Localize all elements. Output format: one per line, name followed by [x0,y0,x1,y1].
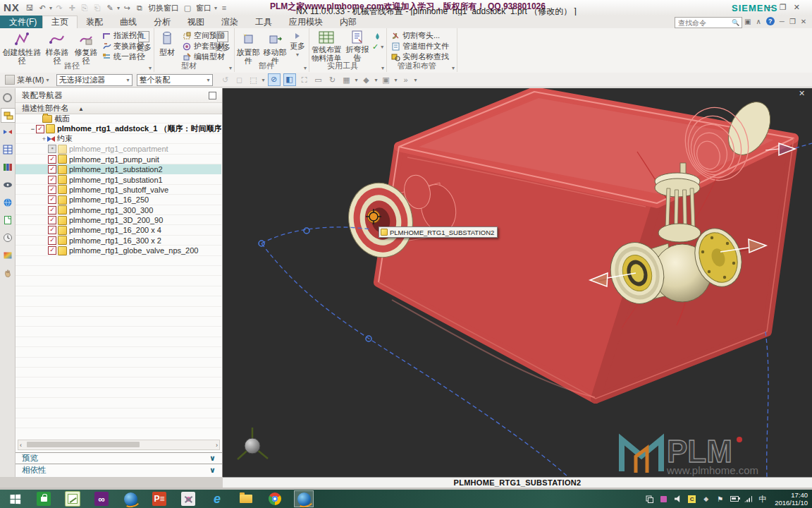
tab-render[interactable]: 渲染 [213,16,247,28]
cut-icon[interactable]: ✚ [66,2,78,13]
part-navigator-icon[interactable] [1,143,13,156]
minimize-ribbon-icon[interactable]: ∧ [756,18,761,25]
clipboard-app-icon[interactable]: C [687,495,696,504]
chevron-down-icon[interactable]: ▾ [414,77,417,83]
components-more-button[interactable]: 更多▾ [289,31,306,58]
volume-icon[interactable] [673,495,682,504]
history-icon[interactable] [1,231,13,244]
tree-row-component[interactable]: ✓ plmhome_rtg1_16_200 x 4 [16,225,221,235]
component-checkbox[interactable]: ▪ [48,145,56,153]
rectangle-select-icon[interactable]: ⬚ [248,74,259,85]
tab-internal[interactable]: 内部 [331,16,365,28]
tree-row-assembly-root[interactable]: − ✓ plmhome_rtg1_addstock_1 （顺序：时间顺序） [16,123,221,133]
app-badge-icon[interactable] [659,495,668,504]
stock-more-button[interactable]: 0 更多▾ [214,31,231,59]
render-style-icon[interactable]: ◆ [361,74,372,85]
tab-application[interactable]: 应用模块 [281,16,331,28]
tree-row-component-selected[interactable]: ✓ plmhome_rtg1_substation2 [16,164,221,174]
component-checkbox[interactable]: ✓ [48,216,56,224]
chevron-down-icon[interactable]: ▾ [375,77,378,83]
heal-path-button[interactable]: 修复路径 [72,30,100,65]
validate-dropdown-icon[interactable]: ▾ [381,44,383,50]
tree-row-component[interactable]: ✓ plmhome_rtg1_shutoff_valve [16,185,221,195]
undo-icon[interactable]: ↶ [37,2,48,13]
component-checkbox[interactable]: ✓ [48,176,56,184]
group-dialog-arrow[interactable]: ▾ [452,65,455,71]
tree-row-component[interactable]: ✓ plmhome_rtg1_globe_valve_nps_200 [16,246,221,255]
tab-curve[interactable]: 曲线 [111,16,145,28]
tab-home[interactable]: 主页 [42,16,78,28]
undock-panel-icon[interactable] [209,92,216,99]
notes-app-button[interactable] [63,490,82,507]
bend-report-button[interactable]: 折弯报告 [344,30,371,62]
create-linear-path-button[interactable]: 创建线性路径 [2,30,42,65]
chevron-down-icon[interactable]: ▾ [395,77,398,83]
group-dialog-arrow[interactable]: ▾ [381,65,384,71]
sync-diamond-icon[interactable]: ◆ [701,495,710,504]
group-dialog-arrow[interactable]: ▾ [304,65,307,71]
tab-assemblies[interactable]: 装配 [78,16,111,28]
customize-qat-icon[interactable]: ≡ [219,2,230,13]
shaded-display-icon[interactable]: ◧ [283,73,296,86]
tab-view[interactable]: 视图 [179,16,213,28]
snap-point-icon[interactable]: ↺ [220,74,231,85]
selection-filter-dropdown[interactable]: 无选择过滤器▾ [56,74,133,86]
close-doc-icon[interactable]: ✕ [801,18,806,25]
ime-indicator[interactable]: 中 [758,495,767,504]
scrollbar-thumb[interactable] [27,442,140,447]
rotate-view-icon[interactable]: ↻ [327,74,338,85]
view-triad[interactable] [238,428,268,459]
window-zoom-icon[interactable]: ▭ [313,74,324,85]
group-dialog-arrow[interactable]: ▾ [229,65,232,71]
sketch-icon[interactable]: ✎ [104,2,116,13]
component-checkbox[interactable]: ✓ [48,195,56,204]
tree-row-component[interactable]: ✓ plmhome_rtg1_pump_unit [16,155,221,164]
viewport-close-icon[interactable]: ✕ [799,89,805,98]
spline-path-button[interactable]: 样条路径 [43,30,71,65]
powerpoint-button[interactable]: P≡ [149,490,169,507]
store-button[interactable] [34,490,54,507]
cut-elbow-button[interactable]: 切割弯头... [390,30,449,41]
column-header[interactable]: 描述性部件名▲ [16,102,222,114]
visual-studio-button[interactable]: ∞ [92,490,111,507]
menu-button[interactable]: 菜单(M)▾ [2,74,52,86]
switch-window-button[interactable]: 切换窗口 [148,3,179,13]
tree-row-component[interactable]: ✓ plmhome_rtg1_substation1 [16,174,221,184]
component-checkbox[interactable]: ✓ [48,155,56,164]
window-icon[interactable]: ▢ [182,2,193,13]
battery-icon[interactable] [730,495,739,504]
horizontal-scrollbar[interactable]: ‹ › [18,440,220,450]
save-icon[interactable]: 🖫 [24,2,35,13]
snipping-tool-button[interactable] [178,490,198,507]
internet-explorer-button[interactable]: e [207,490,227,507]
fit-view-icon[interactable]: ⛶ [299,74,310,85]
fluid-icon-button[interactable] [372,31,383,42]
component-checkbox[interactable]: ✓ [36,125,44,133]
show-desktop-icon[interactable] [645,495,654,504]
search-icon[interactable]: 🔍 [732,19,739,26]
component-checkbox[interactable]: ✓ [48,165,56,174]
tree-row-constraints[interactable]: + 约束 [16,134,221,144]
preview-section-header[interactable]: 预览∨ [16,452,222,464]
scroll-right-icon[interactable]: › [216,442,218,449]
undo-dropdown-icon[interactable]: ▾ [49,5,52,11]
full-screen-icon[interactable]: ▣ [744,18,751,25]
highlight-hidden-edges-icon[interactable]: ⊘ [268,73,281,86]
notes-icon[interactable] [1,213,13,226]
help-icon[interactable]: ? [766,17,775,25]
visual-reports-icon[interactable] [1,248,13,262]
routing-bom-button[interactable]: 管线布置物料清单 [310,30,343,62]
nx-browser-button[interactable] [121,490,140,507]
collapse-icon[interactable]: − [30,126,36,133]
restore-app-icon[interactable]: ❐ [780,3,787,12]
select-curve-icon[interactable]: ◻ [234,74,245,85]
constraint-navigator-icon[interactable] [1,125,13,138]
tab-analysis[interactable]: 分析 [145,16,179,28]
chevron-down-icon[interactable]: ▾ [262,77,265,83]
pipe-detail-file-button[interactable]: 管道细件文件 [390,41,449,52]
scroll-left-icon[interactable]: ‹ [20,442,22,449]
taskbar-clock[interactable]: 17:40 2016/11/10 [772,491,808,507]
hd3d-tools-icon[interactable] [1,178,13,191]
routing-point-markers[interactable] [259,228,371,341]
tree-row-component[interactable]: ✓ plmhome_rtg1_300_300 [16,205,221,215]
